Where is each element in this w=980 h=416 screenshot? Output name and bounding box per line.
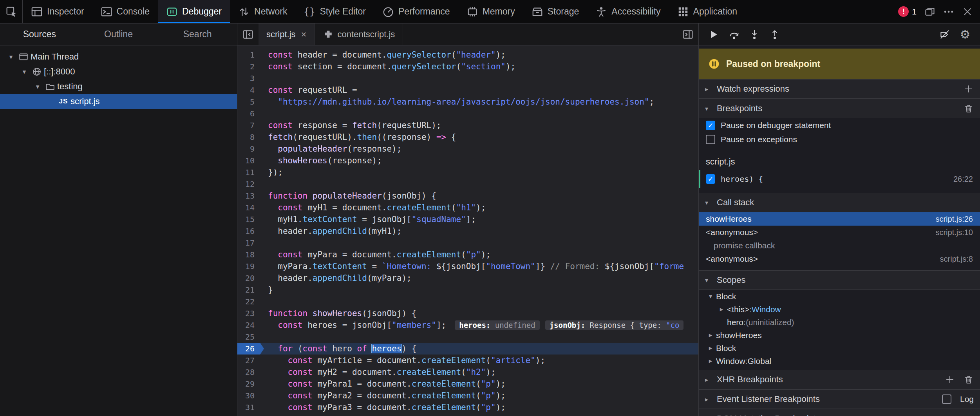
line-number[interactable]: 1 xyxy=(237,49,260,61)
line-number[interactable]: 26 xyxy=(237,343,260,355)
scope-node[interactable]: ▾Block xyxy=(699,290,980,303)
remove-breakpoints-button[interactable] xyxy=(964,103,974,114)
tab-outline[interactable]: Outline xyxy=(79,24,158,45)
watch-expressions-header[interactable]: ▸ Watch expressions xyxy=(699,79,980,99)
line-number[interactable]: 29 xyxy=(237,378,260,390)
checkbox[interactable]: ✓ xyxy=(706,174,715,184)
line-number[interactable]: 11 xyxy=(237,166,260,178)
close-toolbox-icon[interactable] xyxy=(962,6,973,17)
expand-panes-button[interactable] xyxy=(677,24,698,45)
scope-node[interactable]: ▸Block xyxy=(699,342,980,355)
twisty-icon[interactable]: ▾ xyxy=(5,53,16,61)
scope-node[interactable]: ▸showHeroes xyxy=(699,329,980,342)
twisty-icon[interactable]: ▸ xyxy=(705,357,716,365)
debugger-settings-button[interactable]: ⚙ xyxy=(955,24,975,45)
checkbox[interactable] xyxy=(706,135,715,144)
tree-item-testing[interactable]: ▾testing xyxy=(0,79,237,94)
toolbox-tab-storage[interactable]: Storage xyxy=(523,0,588,23)
line-number[interactable]: 19 xyxy=(237,260,260,272)
collapse-sources-panel-button[interactable] xyxy=(237,24,259,45)
line-number[interactable]: 3 xyxy=(237,72,260,84)
line-number[interactable]: 22 xyxy=(237,296,260,307)
line-number[interactable]: 24 xyxy=(237,319,260,331)
xhr-breakpoints-header[interactable]: ▸ XHR Breakpoints xyxy=(699,370,980,389)
resume-icon xyxy=(708,29,719,40)
dock-options-icon[interactable] xyxy=(924,6,935,17)
editor-tab-script-js[interactable]: script.js× xyxy=(259,24,315,45)
tree-item-main-thread[interactable]: ▾Main Thread xyxy=(0,49,237,64)
stack-frame[interactable]: promise callback xyxy=(699,239,980,252)
tab-search[interactable]: Search xyxy=(158,24,237,45)
toolbox-tab-debugger[interactable]: Debugger xyxy=(158,0,230,23)
error-count-badge[interactable]: ! 1 xyxy=(898,6,917,17)
toolbox-tab-application[interactable]: Application xyxy=(669,0,746,23)
twisty-icon[interactable]: ▾ xyxy=(32,83,43,91)
line-number[interactable]: 23 xyxy=(237,307,260,319)
line-number[interactable]: 6 xyxy=(237,108,260,119)
line-number[interactable]: 18 xyxy=(237,249,260,260)
line-number[interactable]: 7 xyxy=(237,119,260,131)
scope-node[interactable]: ▸<this>: Window xyxy=(699,303,980,316)
line-number[interactable]: 16 xyxy=(237,225,260,237)
line-number[interactable]: 10 xyxy=(237,155,260,166)
deactivate-breakpoints-button[interactable] xyxy=(935,24,955,45)
editor-tab-contentscript-js[interactable]: contentscript.js xyxy=(315,24,403,45)
pick-element-button[interactable] xyxy=(0,0,23,23)
add-xhr-breakpoint-button[interactable] xyxy=(945,374,955,385)
line-number[interactable]: 20 xyxy=(237,272,260,284)
line-number[interactable]: 27 xyxy=(237,355,260,366)
line-number[interactable]: 8 xyxy=(237,131,260,143)
toolbox-tab-inspector[interactable]: Inspector xyxy=(23,0,92,23)
stack-frame[interactable]: <anonymous>script.js:10 xyxy=(699,226,980,239)
line-number[interactable]: 12 xyxy=(237,178,260,190)
line-number[interactable]: 25 xyxy=(237,331,260,343)
line-number[interactable]: 17 xyxy=(237,237,260,249)
twisty-icon[interactable]: ▸ xyxy=(716,305,727,313)
line-number[interactable]: 21 xyxy=(237,284,260,296)
meatball-menu-icon[interactable] xyxy=(943,6,954,17)
step-in-button[interactable] xyxy=(744,24,765,45)
dom-mutation-breakpoints-header[interactable]: ▸ DOM Mutation Breakpoints xyxy=(699,409,980,416)
stack-frame[interactable]: <anonymous>script.js:8 xyxy=(699,252,980,266)
toolbox-tab-accessibility[interactable]: Accessibility xyxy=(587,0,669,23)
toolbox-tab-style-editor[interactable]: {}Style Editor xyxy=(295,0,374,23)
twisty-icon[interactable]: ▸ xyxy=(705,344,716,352)
resume-button[interactable] xyxy=(703,24,724,45)
twisty-icon[interactable]: ▸ xyxy=(705,331,716,339)
toolbox-tab-memory[interactable]: Memory xyxy=(458,0,523,23)
tab-sources[interactable]: Sources xyxy=(0,24,79,45)
remove-xhr-breakpoints-button[interactable] xyxy=(964,374,974,385)
line-number[interactable]: 30 xyxy=(237,390,260,402)
line-number[interactable]: 13 xyxy=(237,190,260,202)
toolbox-tab-console[interactable]: Console xyxy=(92,0,158,23)
code-token: appendChild xyxy=(313,273,367,283)
toolbox-tab-performance[interactable]: Performance xyxy=(374,0,458,23)
line-number[interactable]: 2 xyxy=(237,61,260,72)
line-number[interactable]: 31 xyxy=(237,402,260,413)
line-number[interactable]: 15 xyxy=(237,213,260,225)
line-number[interactable]: 14 xyxy=(237,202,260,213)
tree-item--8000[interactable]: ▾[::]:8000 xyxy=(0,64,237,79)
close-tab-icon[interactable]: × xyxy=(301,30,307,39)
twisty-icon[interactable]: ▾ xyxy=(705,292,716,300)
scopes-header[interactable]: ▾ Scopes xyxy=(699,270,980,290)
line-number[interactable]: 5 xyxy=(237,96,260,108)
event-listener-breakpoints-header[interactable]: ▸ Event Listener Breakpoints Log xyxy=(699,389,980,409)
stack-frame[interactable]: showHeroesscript.js:26 xyxy=(699,212,980,226)
add-watch-expression-button[interactable] xyxy=(964,84,974,94)
line-number[interactable]: 9 xyxy=(237,143,260,155)
call-stack-header[interactable]: ▾ Call stack xyxy=(699,193,980,212)
line-number[interactable]: 28 xyxy=(237,366,260,378)
breakpoints-header[interactable]: ▾ Breakpoints xyxy=(699,99,980,118)
checkbox[interactable]: ✓ xyxy=(706,121,715,130)
twisty-icon[interactable]: ▾ xyxy=(19,68,30,76)
scope-node[interactable]: ▸Window: Global xyxy=(699,355,980,367)
tree-item-script-js[interactable]: JSscript.js xyxy=(0,94,237,109)
scope-node[interactable]: hero: (uninitialized) xyxy=(699,316,980,329)
toolbox-tab-network[interactable]: Network xyxy=(230,0,295,23)
step-out-button[interactable] xyxy=(765,24,785,45)
line-number[interactable]: 4 xyxy=(237,84,260,96)
log-event-listeners-checkbox[interactable] xyxy=(942,394,951,404)
step-over-button[interactable] xyxy=(724,24,744,45)
breakpoint-entry[interactable]: ✓heroes) {26:22 xyxy=(699,170,980,188)
